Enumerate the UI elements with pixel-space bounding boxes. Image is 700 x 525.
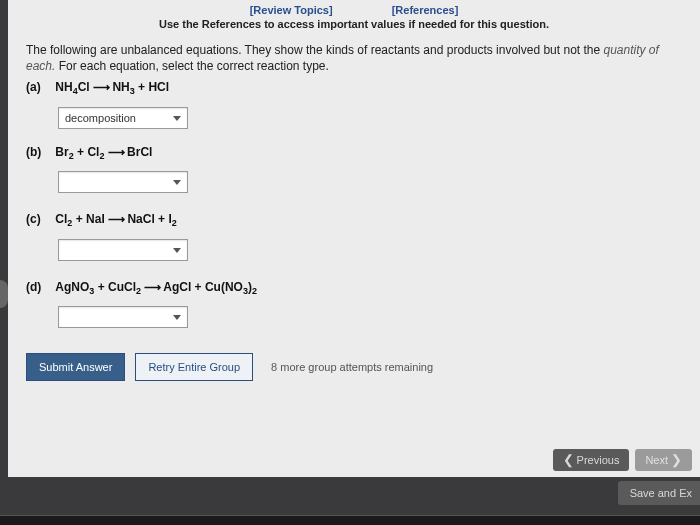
part-a-equation: NH4Cl ⟶ NH3 + HCl xyxy=(55,80,169,94)
part-c-select[interactable] xyxy=(58,239,188,261)
attempts-remaining: 8 more group attempts remaining xyxy=(271,361,433,373)
part-a-label: (a) xyxy=(26,80,52,94)
retry-group-button[interactable]: Retry Entire Group xyxy=(135,353,253,381)
part-b-equation: Br2 + Cl2 ⟶ BrCl xyxy=(55,145,152,159)
part-a-selected: decomposition xyxy=(65,112,136,124)
nav-row: ❮ Previous Next ❯ xyxy=(553,449,692,471)
chevron-down-icon xyxy=(173,180,181,185)
submit-answer-button[interactable]: Submit Answer xyxy=(26,353,125,381)
chevron-down-icon xyxy=(173,315,181,320)
reference-hint: Use the References to access important v… xyxy=(8,16,700,42)
part-b: (b) Br2 + Cl2 ⟶ BrCl xyxy=(26,145,682,196)
previous-label: Previous xyxy=(577,454,620,466)
part-a: (a) NH4Cl ⟶ NH3 + HCl decomposition xyxy=(26,80,682,128)
question-panel: [Review Topics] [References] Use the Ref… xyxy=(8,0,700,477)
part-d: (d) AgNO3 + CuCl2 ⟶ AgCl + Cu(NO3)2 xyxy=(26,280,682,331)
part-d-select[interactable] xyxy=(58,306,188,328)
part-d-label: (d) xyxy=(26,280,52,294)
side-tab[interactable] xyxy=(0,280,8,308)
save-and-exit-button[interactable]: Save and Ex xyxy=(618,481,700,505)
chevron-down-icon xyxy=(173,116,181,121)
intro-main: The following are unbalanced equations. … xyxy=(26,43,603,57)
dock-edge xyxy=(0,515,700,525)
part-d-equation: AgNO3 + CuCl2 ⟶ AgCl + Cu(NO3)2 xyxy=(55,280,257,294)
part-c: (c) Cl2 + NaI ⟶ NaCl + I2 xyxy=(26,212,682,263)
next-button[interactable]: Next ❯ xyxy=(635,449,692,471)
next-label: Next xyxy=(645,454,668,466)
top-links: [Review Topics] [References] xyxy=(8,0,700,16)
part-c-label: (c) xyxy=(26,212,52,226)
intro-line2: For each equation, select the correct re… xyxy=(55,59,328,73)
review-topics-link[interactable]: [Review Topics] xyxy=(250,4,333,16)
references-link[interactable]: [References] xyxy=(392,4,459,16)
action-row: Submit Answer Retry Entire Group 8 more … xyxy=(26,353,700,381)
part-b-label: (b) xyxy=(26,145,52,159)
chevron-down-icon xyxy=(173,248,181,253)
part-c-equation: Cl2 + NaI ⟶ NaCl + I2 xyxy=(55,212,176,226)
previous-button[interactable]: ❮ Previous xyxy=(553,449,630,471)
part-b-select[interactable] xyxy=(58,171,188,193)
question-intro: The following are unbalanced equations. … xyxy=(26,42,682,74)
part-a-select[interactable]: decomposition xyxy=(58,107,188,129)
